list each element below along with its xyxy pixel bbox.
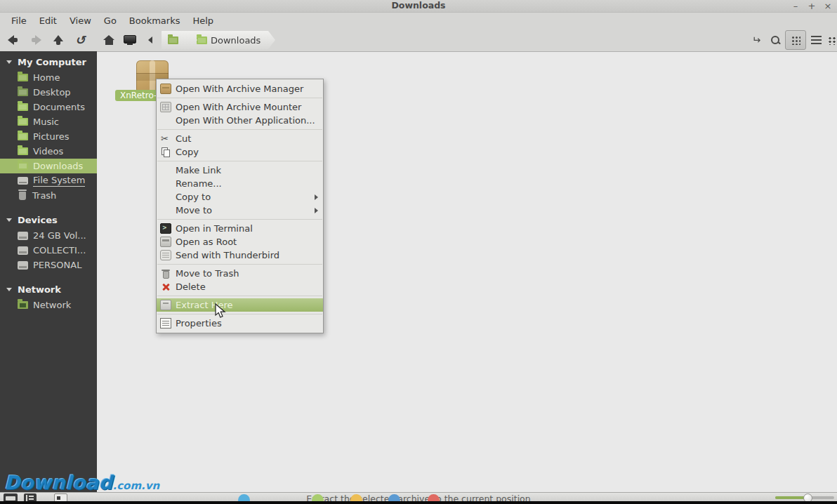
context-menu-item-move-to-trash[interactable]: Move to Trash [157,267,323,280]
section-expand-icon[interactable] [6,60,12,64]
trash-icon [19,192,26,200]
menubar: FileEditViewGoBookmarksHelp [0,13,837,28]
search-button[interactable] [767,32,784,48]
back-button[interactable] [6,34,21,46]
sidebar-item-personal[interactable]: PERSONAL [0,258,97,272]
sidebar-item-label: Desktop [33,87,71,98]
context-menu-item-extract-here[interactable]: Extract Here [157,298,323,312]
sidebar-item-desktop[interactable]: Desktop [0,85,97,100]
sidebar-item-label: Trash [32,190,56,201]
sidebar-section-network[interactable]: Network [0,279,97,298]
toggle-location-button[interactable]: ↵ [748,32,765,48]
computer-button[interactable] [122,34,138,46]
context-menu-item-label: Copy [176,147,318,157]
section-expand-icon[interactable] [6,288,12,291]
sidebar-item-pictures[interactable]: Pictures [0,129,97,144]
context-menu-item-cut[interactable]: Cut [157,132,323,145]
computer-icon [124,35,136,45]
context-menu-item-open-in-terminal[interactable]: Open in Terminal [157,222,323,235]
context-menu-item-rename[interactable]: Rename... [157,177,323,190]
sidebar-section-my-computer[interactable]: My Computer [0,51,97,70]
context-menu-item-properties[interactable]: Properties [157,317,323,330]
context-menu-item-make-link[interactable]: Make Link [157,164,323,177]
section-label: My Computer [18,57,86,67]
sidebar-item-label: Documents [33,102,85,112]
context-menu-item-delete[interactable]: Delete [157,280,323,293]
context-menu-item-copy-to[interactable]: Copy to [157,190,323,204]
context-menu-item-label: Properties [176,318,318,329]
breadcrumb-label: Downloads [211,35,261,46]
sidebar: My ComputerHomeDesktopDocumentsMusicPict… [0,51,97,494]
context-menu-item-label: Move to [176,205,310,215]
maximize-button[interactable]: + [807,1,817,11]
compact-view-icon [828,36,836,45]
grid-view-icon [791,35,800,45]
sidebar-item-file-system[interactable]: File System [0,173,97,188]
menubar-item-bookmarks[interactable]: Bookmarks [123,14,187,27]
delete-icon [160,281,171,292]
sidebar-item-collecti[interactable]: COLLECTI... [0,243,97,258]
sidebar-item-network[interactable]: Network [0,298,97,312]
toggle-location-icon: ↵ [752,34,761,46]
menubar-item-help[interactable]: Help [186,14,220,27]
sidebar-item-trash[interactable]: Trash [0,188,97,203]
menubar-item-file[interactable]: File [5,14,33,27]
breadcrumb-collapse-icon[interactable] [148,37,152,44]
none-icon [160,205,171,215]
context-menu-item-label: Cut [176,133,318,144]
sidebar-item-label: COLLECTI... [33,245,86,256]
menubar-item-edit[interactable]: Edit [33,14,63,27]
list-view-icon [811,36,822,44]
context-menu-item-label: Rename... [176,178,318,189]
trash-icon [160,268,171,279]
sidebar-item-label: Pictures [33,131,69,142]
context-menu-item-label: Delete [176,281,318,292]
menu-separator [157,161,322,161]
none-icon [160,192,171,202]
section-label: Network [18,284,61,295]
context-menu-item-open-with-archive-mounter[interactable]: Open With Archive Mounter [157,100,323,114]
up-button[interactable] [51,34,66,46]
sidebar-item-label: 24 GB Vol... [33,230,86,241]
forward-button [28,34,44,46]
submenu-arrow-icon [315,194,318,200]
context-menu-item-send-with-thunderbird[interactable]: Send with Thunderbird [157,248,323,262]
list-view-button[interactable] [808,32,824,48]
menubar-item-view[interactable]: View [63,14,98,27]
context-menu-item-copy[interactable]: Copy [157,145,323,159]
view-buttons: ↵ [748,29,837,51]
breadcrumb-home-button[interactable] [162,31,197,49]
context-menu-item-open-with-other-application[interactable]: Open With Other Application... [157,114,323,127]
sidebar-section-devices[interactable]: Devices [0,209,97,228]
section-label: Devices [18,215,58,225]
sidebar-item-music[interactable]: Music [0,114,97,129]
sidebar-item-videos[interactable]: Videos [0,144,97,159]
context-menu-item-open-with-archive-manager[interactable]: Open With Archive Manager [157,82,323,95]
sidebar-item-downloads[interactable]: Downloads [0,159,97,173]
context-menu-item-open-as-root[interactable]: Open as Root [157,235,323,248]
sidebar-item-home[interactable]: Home [0,70,97,85]
compact-view-button[interactable] [823,32,837,48]
context-menu-item-move-to[interactable]: Move to [157,204,323,217]
properties-icon [160,318,171,329]
watermark-suffix: .com.vn [112,479,159,492]
downloads-folder-icon [18,162,28,170]
sidebar-item-documents[interactable]: Documents [0,100,97,114]
filesystem-icon [18,177,28,185]
refresh-button[interactable]: ↺ [72,34,88,46]
sidebar-item-24-gb-vol[interactable]: 24 GB Vol... [0,228,97,243]
context-menu-item-label: Move to Trash [176,268,318,279]
close-button[interactable]: × [823,1,833,11]
archive-icon [160,84,171,94]
folder-icon [18,133,28,140]
section-expand-icon[interactable] [6,218,12,222]
thunderbird-icon [160,250,171,260]
grid-view-button[interactable] [785,30,806,50]
drive-icon [18,246,28,255]
none-icon [160,178,171,189]
extract-icon [160,300,171,310]
minimize-button[interactable]: – [791,1,800,11]
terminal-icon [160,223,171,234]
home-button[interactable] [101,34,117,46]
menubar-item-go[interactable]: Go [98,14,123,27]
